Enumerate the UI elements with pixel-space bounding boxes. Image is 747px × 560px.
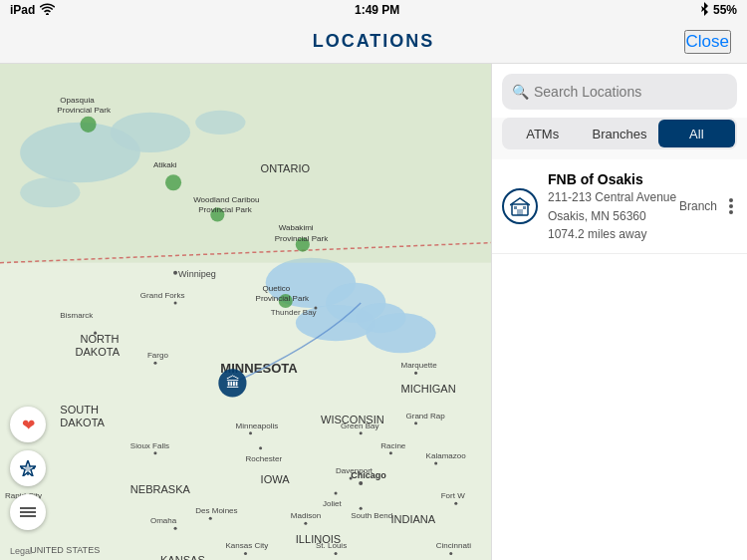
- svg-point-27: [173, 271, 177, 275]
- svg-point-43: [209, 517, 212, 520]
- list-item[interactable]: FNB of Osakis 211-213 Central Avenue Osa…: [492, 159, 747, 254]
- bluetooth-icon: [699, 2, 709, 19]
- svg-point-45: [174, 527, 177, 530]
- carrier-label: iPad: [10, 3, 35, 17]
- svg-point-65: [434, 461, 437, 464]
- nav-bar: LOCATIONS Close: [0, 20, 747, 64]
- location-address1: 211-213 Central Avenue: [548, 189, 679, 206]
- svg-text:Madison: Madison: [291, 511, 321, 520]
- svg-point-35: [249, 431, 252, 434]
- search-input[interactable]: [502, 74, 737, 110]
- svg-text:Quetico: Quetico: [263, 284, 291, 293]
- svg-text:Opasquia: Opasquia: [60, 96, 95, 105]
- svg-text:Minneapolis: Minneapolis: [235, 421, 278, 430]
- tab-branches[interactable]: Branches: [581, 120, 657, 147]
- svg-text:SOUTH: SOUTH: [60, 404, 99, 416]
- tab-all[interactable]: All: [658, 120, 735, 147]
- svg-text:DAKOTA: DAKOTA: [60, 417, 105, 428]
- svg-text:MICHIGAN: MICHIGAN: [400, 383, 455, 395]
- time-label: 1:49 PM: [355, 3, 399, 17]
- battery-label: 55%: [713, 3, 737, 17]
- svg-text:Marquette: Marquette: [400, 361, 437, 370]
- location-info: FNB of Osakis 211-213 Central Avenue Osa…: [548, 171, 679, 241]
- svg-point-33: [174, 301, 177, 304]
- svg-text:Omaha: Omaha: [150, 516, 177, 525]
- svg-point-37: [259, 446, 262, 449]
- svg-text:Des Moines: Des Moines: [195, 506, 237, 515]
- svg-point-59: [360, 507, 363, 510]
- svg-text:South Bend: South Bend: [351, 511, 392, 520]
- svg-point-71: [335, 552, 338, 555]
- svg-point-5: [366, 313, 435, 353]
- svg-text:Provincial Park: Provincial Park: [275, 234, 330, 243]
- svg-text:UNITED STATES: UNITED STATES: [30, 545, 100, 555]
- svg-text:St. Louis: St. Louis: [316, 541, 347, 550]
- svg-point-55: [350, 477, 353, 480]
- main-content: NORTH DAKOTA SOUTH DAKOTA MINNESOTA WISC…: [0, 64, 747, 560]
- search-container: 🔍: [492, 64, 747, 118]
- list-view-button[interactable]: [10, 494, 46, 530]
- svg-point-31: [153, 362, 156, 365]
- svg-text:Provincial Park: Provincial Park: [256, 294, 311, 303]
- svg-text:DAKOTA: DAKOTA: [75, 346, 120, 358]
- svg-text:Rochester: Rochester: [246, 454, 283, 463]
- svg-point-57: [335, 492, 338, 495]
- svg-point-61: [414, 421, 417, 424]
- svg-rect-99: [514, 206, 517, 209]
- status-bar: iPad 1:49 PM 55%: [0, 0, 747, 20]
- svg-text:Green Bay: Green Bay: [341, 421, 378, 430]
- svg-point-51: [414, 372, 417, 375]
- svg-text:Fargo: Fargo: [147, 351, 169, 360]
- tab-atms[interactable]: ATMs: [504, 120, 581, 147]
- svg-point-73: [244, 552, 247, 555]
- location-item-icon: [502, 188, 538, 224]
- svg-text:Woodland Caribou: Woodland Caribou: [193, 195, 259, 204]
- more-options-button[interactable]: [725, 194, 737, 218]
- svg-text:🏛: 🏛: [226, 375, 240, 391]
- svg-rect-10: [0, 64, 491, 263]
- svg-text:Bismarck: Bismarck: [60, 311, 94, 320]
- svg-text:Provincial Park: Provincial Park: [57, 106, 112, 115]
- svg-text:Grand Rap: Grand Rap: [405, 412, 445, 420]
- svg-rect-98: [517, 209, 523, 215]
- svg-text:Joliet: Joliet: [323, 499, 343, 508]
- location-name: FNB of Osakis: [548, 171, 679, 187]
- location-button[interactable]: [10, 450, 46, 486]
- svg-point-39: [153, 451, 156, 454]
- svg-text:Winnipeg: Winnipeg: [178, 269, 216, 279]
- svg-text:Davenport: Davenport: [336, 466, 374, 475]
- svg-text:Thunder Bay: Thunder Bay: [271, 308, 317, 317]
- svg-text:Cincinnati: Cincinnati: [436, 541, 471, 550]
- svg-text:NEBRASKA: NEBRASKA: [130, 483, 191, 495]
- svg-text:Grand Forks: Grand Forks: [140, 291, 185, 300]
- svg-point-49: [360, 431, 363, 434]
- wifi-icon: [40, 3, 55, 18]
- svg-point-80: [165, 174, 181, 190]
- map-area[interactable]: NORTH DAKOTA SOUTH DAKOTA MINNESOTA WISC…: [0, 64, 491, 560]
- svg-text:ONTARIO: ONTARIO: [261, 162, 311, 174]
- svg-text:Kalamazoo: Kalamazoo: [426, 451, 467, 460]
- svg-point-29: [94, 332, 97, 335]
- svg-text:Atikaki: Atikaki: [153, 160, 177, 169]
- svg-text:Provincial Park: Provincial Park: [198, 205, 253, 214]
- svg-text:NORTH: NORTH: [80, 333, 119, 345]
- location-list: FNB of Osakis 211-213 Central Avenue Osa…: [492, 159, 747, 560]
- svg-point-75: [449, 552, 452, 555]
- svg-text:INDIANA: INDIANA: [390, 513, 435, 525]
- svg-rect-100: [523, 206, 526, 209]
- svg-point-63: [389, 451, 392, 454]
- svg-point-69: [304, 522, 307, 525]
- svg-text:Wabakimi: Wabakimi: [279, 224, 314, 233]
- location-address2: Osakis, MN 56360: [548, 208, 679, 225]
- svg-text:IOWA: IOWA: [261, 473, 291, 485]
- close-button[interactable]: Close: [684, 30, 731, 54]
- svg-text:KANSAS: KANSAS: [160, 554, 205, 560]
- map-controls: ❤: [10, 407, 46, 530]
- svg-text:Sioux Falls: Sioux Falls: [130, 441, 169, 450]
- svg-point-47: [359, 481, 363, 485]
- svg-point-93: [25, 465, 31, 471]
- location-type: Branch: [679, 199, 717, 213]
- right-panel: 🔍 ATMs Branches All FNB of Osakis 211-21…: [491, 64, 747, 560]
- favorite-button[interactable]: ❤: [10, 407, 46, 442]
- page-title: LOCATIONS: [313, 31, 435, 52]
